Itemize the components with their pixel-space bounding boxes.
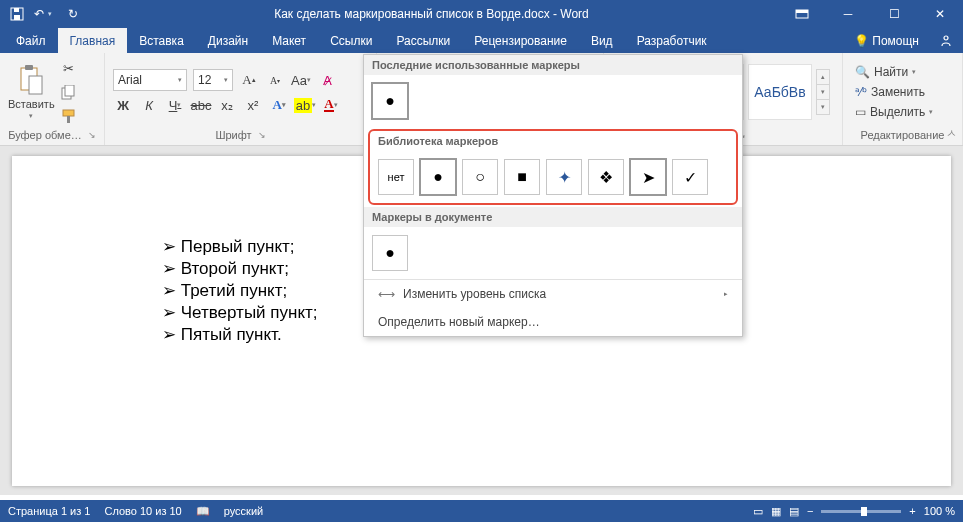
ribbon-options-icon[interactable]	[779, 0, 825, 28]
document-bullets-label: Маркеры в документе	[364, 207, 742, 227]
save-icon[interactable]	[6, 3, 28, 25]
bullet-none[interactable]: нет	[378, 159, 414, 195]
zoom-in-icon[interactable]: +	[909, 505, 915, 517]
status-page[interactable]: Страница 1 из 1	[8, 505, 90, 517]
status-words[interactable]: Слово 10 из 10	[104, 505, 181, 517]
undo-icon[interactable]: ↶ ▾	[34, 3, 56, 25]
define-new-bullet[interactable]: Определить новый маркер…	[364, 308, 742, 336]
change-list-level[interactable]: ⟷Изменить уровень списка ▸	[364, 280, 742, 308]
list-item[interactable]: Четвертый пункт;	[162, 302, 318, 324]
status-spellcheck-icon[interactable]: 📖	[196, 505, 210, 518]
svg-rect-2	[14, 8, 19, 12]
paste-icon[interactable]	[17, 64, 45, 96]
change-case-icon[interactable]: Aa▾	[291, 70, 311, 90]
tab-layout[interactable]: Макет	[260, 28, 318, 53]
bullet-disc[interactable]: ●	[420, 159, 456, 195]
tab-home[interactable]: Главная	[58, 28, 128, 53]
status-language[interactable]: русский	[224, 505, 263, 517]
font-group-label: Шрифт	[215, 129, 251, 141]
list-item[interactable]: Третий пункт;	[162, 280, 318, 302]
find-button[interactable]: 🔍 Найти ▾	[855, 63, 933, 81]
bullets-dropdown: Последние использованные маркеры ● Библи…	[363, 54, 743, 337]
bullet-check[interactable]: ✓	[672, 159, 708, 195]
font-launcher-icon[interactable]: ↘	[258, 130, 266, 140]
recent-bullets-label: Последние использованные маркеры	[364, 55, 742, 75]
svg-rect-7	[25, 65, 33, 70]
svg-rect-1	[14, 15, 20, 20]
collapse-ribbon-icon[interactable]: ㅅ	[946, 126, 957, 141]
view-print-icon[interactable]: ▦	[771, 505, 781, 518]
zoom-out-icon[interactable]: −	[807, 505, 813, 517]
strike-button[interactable]: abc	[191, 95, 211, 115]
copy-icon[interactable]	[59, 82, 79, 102]
format-painter-icon[interactable]	[59, 106, 79, 126]
font-name-combo[interactable]: Arial▾	[113, 69, 187, 91]
highlight-icon[interactable]: ab▾	[295, 95, 315, 115]
select-button[interactable]: ▭ Выделить ▾	[855, 103, 933, 121]
subscript-button[interactable]: x₂	[217, 95, 237, 115]
bullet-circle[interactable]: ○	[462, 159, 498, 195]
shrink-font-icon[interactable]: A▾	[265, 70, 285, 90]
cut-icon[interactable]: ✂	[59, 58, 79, 78]
clipboard-group-label: Буфер обме…	[8, 129, 82, 141]
svg-rect-11	[63, 110, 74, 116]
styles-down-icon[interactable]: ▾	[817, 85, 829, 100]
svg-rect-4	[796, 10, 808, 13]
bullet-4star[interactable]: ✦	[546, 159, 582, 195]
bullet-square[interactable]: ■	[504, 159, 540, 195]
bullet-arrow[interactable]: ➤	[630, 159, 666, 195]
font-size-combo[interactable]: 12▾	[193, 69, 233, 91]
maximize-icon[interactable]: ☐	[871, 0, 917, 28]
italic-button[interactable]: К	[139, 95, 159, 115]
close-icon[interactable]: ✕	[917, 0, 963, 28]
editing-group-label: Редактирование	[861, 129, 945, 141]
share-icon[interactable]	[939, 34, 953, 48]
view-read-icon[interactable]: ▭	[753, 505, 763, 518]
bullet-library-label: Библиотека маркеров	[370, 131, 736, 151]
paste-chevron-icon[interactable]: ▾	[29, 112, 33, 120]
list-item[interactable]: Пятый пункт.	[162, 324, 318, 346]
tab-view[interactable]: Вид	[579, 28, 625, 53]
list-item[interactable]: Первый пункт;	[162, 236, 318, 258]
bullet-diamond4[interactable]: ❖	[588, 159, 624, 195]
superscript-button[interactable]: x²	[243, 95, 263, 115]
svg-rect-10	[65, 85, 74, 96]
clear-format-icon[interactable]: A̷	[317, 70, 337, 90]
minimize-icon[interactable]: ─	[825, 0, 871, 28]
tab-references[interactable]: Ссылки	[318, 28, 384, 53]
underline-button[interactable]: Ч ▾	[165, 95, 185, 115]
styles-more-icon[interactable]: ▾	[817, 100, 829, 114]
zoom-level[interactable]: 100 %	[924, 505, 955, 517]
styles-up-icon[interactable]: ▴	[817, 70, 829, 85]
tab-mailings[interactable]: Рассылки	[384, 28, 462, 53]
font-color-icon[interactable]: A ▾	[321, 95, 341, 115]
window-title: Как сделать маркированный список в Ворде…	[84, 7, 779, 21]
zoom-slider[interactable]	[821, 510, 901, 513]
redo-icon[interactable]: ↻	[62, 3, 84, 25]
tab-design[interactable]: Дизайн	[196, 28, 260, 53]
clipboard-launcher-icon[interactable]: ↘	[88, 130, 96, 140]
style-heading2[interactable]: АаБбВв	[748, 64, 812, 120]
tab-file[interactable]: Файл	[4, 28, 58, 53]
view-web-icon[interactable]: ▤	[789, 505, 799, 518]
paste-label: Вставить	[8, 98, 55, 110]
bullet-disc[interactable]: ●	[372, 83, 408, 119]
bold-button[interactable]: Ж	[113, 95, 133, 115]
grow-font-icon[interactable]: A▴	[239, 70, 259, 90]
text-effects-icon[interactable]: A ▾	[269, 95, 289, 115]
svg-rect-8	[29, 76, 42, 94]
bullet-disc[interactable]: ●	[372, 235, 408, 271]
svg-point-5	[944, 36, 948, 40]
tell-me[interactable]: 💡 Помощн	[854, 34, 919, 48]
replace-button[interactable]: ᵃ⁄ᵇ Заменить	[855, 83, 933, 101]
tab-review[interactable]: Рецензирование	[462, 28, 579, 53]
tab-insert[interactable]: Вставка	[127, 28, 196, 53]
list-item[interactable]: Второй пункт;	[162, 258, 318, 280]
svg-rect-12	[67, 116, 70, 123]
tab-developer[interactable]: Разработчик	[625, 28, 719, 53]
